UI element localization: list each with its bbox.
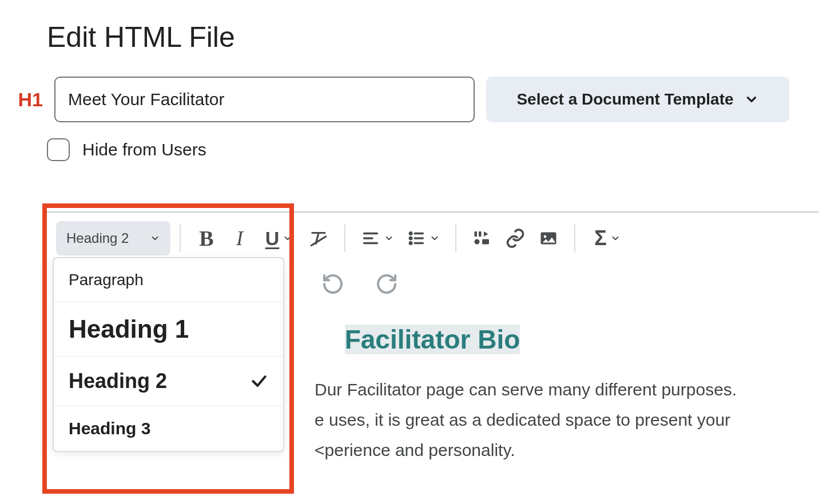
format-option-label: Heading 3: [69, 419, 150, 438]
italic-button[interactable]: I: [223, 221, 256, 255]
list-icon: [407, 229, 426, 248]
page-title: Edit HTML File: [47, 21, 819, 54]
redo-button[interactable]: [374, 271, 399, 297]
align-icon: [361, 229, 380, 248]
clear-format-icon: [308, 227, 329, 249]
undo-button[interactable]: [320, 271, 345, 297]
format-option-paragraph[interactable]: Paragraph: [54, 258, 283, 302]
title-row: H1 Select a Document Template: [11, 77, 819, 122]
format-option-heading-1[interactable]: Heading 1: [54, 302, 283, 357]
bold-button[interactable]: B: [190, 221, 223, 255]
format-option-label: Paragraph: [69, 271, 144, 289]
toolbar-separator: [455, 225, 456, 252]
insert-link-button[interactable]: [499, 221, 532, 255]
format-option-label: Heading 2: [69, 369, 167, 393]
chevron-down-icon: [430, 233, 440, 243]
toolbar-separator: [574, 225, 575, 252]
chevron-down-icon: [283, 233, 293, 243]
select-template-button[interactable]: Select a Document Template: [486, 77, 789, 122]
svg-point-3: [410, 233, 411, 234]
select-template-label: Select a Document Template: [516, 90, 733, 109]
undo-icon: [321, 273, 344, 295]
insert-stuff-icon: [472, 228, 492, 249]
svg-rect-10: [479, 231, 482, 237]
hide-from-users-checkbox[interactable]: [47, 138, 70, 161]
hide-from-users-label: Hide from Users: [82, 140, 206, 159]
svg-point-5: [410, 242, 411, 244]
redo-icon: [375, 273, 398, 295]
toolbar-separator: [180, 225, 181, 252]
svg-marker-13: [484, 231, 488, 237]
h1-annotation-label: H1: [11, 89, 43, 111]
title-input[interactable]: [54, 77, 475, 122]
chevron-down-icon: [150, 233, 160, 243]
text-style-group: B I U: [190, 221, 335, 255]
svg-rect-12: [482, 239, 489, 245]
chevron-down-icon: [744, 92, 759, 107]
bold-icon: B: [199, 226, 213, 251]
format-dropdown: Paragraph Heading 1 Heading 2 Heading 3: [53, 257, 284, 452]
underline-button[interactable]: U: [256, 221, 302, 255]
format-select-label: Heading 2: [66, 230, 129, 246]
underline-icon: U: [265, 227, 280, 250]
insert-group: [466, 221, 565, 255]
format-option-heading-2[interactable]: Heading 2: [54, 357, 283, 406]
equation-group: Σ: [585, 221, 630, 255]
svg-point-11: [475, 239, 480, 245]
align-button[interactable]: [355, 221, 400, 255]
list-button[interactable]: [400, 221, 446, 255]
editor-toolbar: Heading 2 B I U: [46, 213, 819, 264]
svg-point-15: [544, 235, 547, 238]
selected-text: Facilitator Bio: [345, 325, 520, 354]
content-line: Dur Facilitator page can serve many diff…: [315, 377, 785, 402]
italic-icon: I: [236, 226, 243, 250]
format-select[interactable]: Heading 2: [56, 221, 170, 255]
format-option-heading-3[interactable]: Heading 3: [54, 406, 283, 451]
svg-point-4: [410, 237, 411, 239]
editor-container: Heading 2 B I U: [46, 211, 819, 504]
content-line: e uses, it is great as a dedicated space…: [315, 407, 785, 433]
hide-from-users-row: Hide from Users: [47, 138, 819, 161]
paragraph-group: [355, 221, 446, 255]
chevron-down-icon: [384, 233, 394, 243]
editor-toolbar-block: Heading 2 B I U: [46, 213, 819, 304]
content-line: <perience and personality.: [315, 437, 785, 463]
sigma-icon: Σ: [594, 226, 607, 250]
toolbar-separator: [344, 225, 345, 252]
equation-button[interactable]: Σ: [585, 221, 630, 255]
link-icon: [505, 228, 526, 249]
check-icon: [250, 372, 268, 390]
chevron-down-icon: [610, 233, 621, 243]
image-icon: [538, 228, 559, 249]
insert-stuff-button[interactable]: [466, 221, 499, 255]
insert-image-button[interactable]: [532, 221, 565, 255]
svg-rect-9: [475, 231, 478, 237]
format-option-label: Heading 1: [69, 315, 189, 343]
clear-format-button[interactable]: [302, 221, 335, 255]
